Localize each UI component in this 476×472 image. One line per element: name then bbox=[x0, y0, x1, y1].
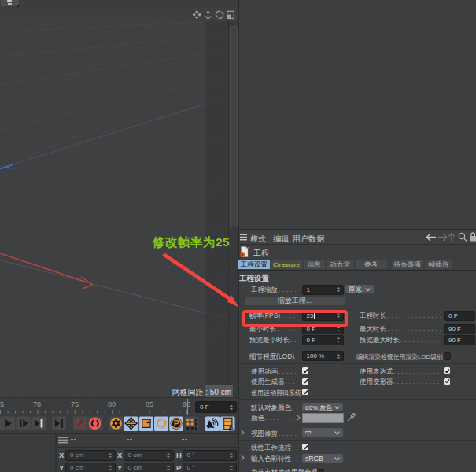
svg-text:P: P bbox=[174, 419, 179, 428]
